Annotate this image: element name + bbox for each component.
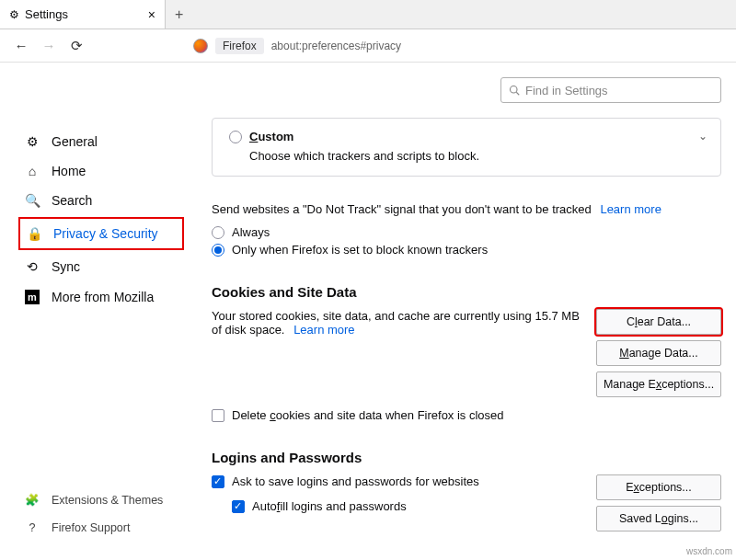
ask-save-option[interactable]: Ask to save logins and passwords for web… [212,474,580,488]
svg-line-1 [516,92,519,95]
forward-button: → [37,34,61,58]
chevron-down-icon[interactable]: ⌄ [698,130,707,143]
custom-radio[interactable] [229,131,242,143]
custom-desc: Choose which trackers and scripts to blo… [249,149,704,163]
manage-data-button[interactable]: Manage Data... [596,340,721,366]
url-box[interactable]: Firefox about:preferences#privacy [193,38,401,54]
custom-title: Custom [249,130,293,143]
dnt-always-option[interactable]: Always [212,225,721,239]
reload-button[interactable]: ⟳ [64,34,88,58]
sidebar-item-label: General [52,134,98,149]
search-input[interactable]: Find in Settings [500,77,721,103]
checkbox-checked[interactable] [232,500,245,513]
radio-checked[interactable] [212,244,224,257]
sidebar-item-label: Search [52,193,92,208]
puzzle-icon: 🧩 [24,493,40,507]
dnt-only-option[interactable]: Only when Firefox is set to block known … [212,243,721,257]
watermark: wsxdn.com [686,546,732,556]
sidebar-item-support[interactable]: ? Firefox Support [18,514,184,542]
url-path: about:preferences#privacy [271,40,401,52]
sidebar-item-home[interactable]: ⌂ Home [18,156,184,186]
sidebar-item-label: Extensions & Themes [52,494,163,507]
sync-icon: ⟲ [24,259,40,274]
sidebar-item-label: More from Mozilla [52,290,154,304]
search-placeholder: Find in Settings [525,84,608,97]
logins-exceptions-button[interactable]: Exceptions... [596,474,721,500]
delete-cookies-option[interactable]: Delete cookies and site data when Firefo… [212,408,721,422]
delete-cookies-label: Delete cookies and site data when Firefo… [232,408,504,422]
mozilla-icon: m [24,289,40,304]
checkbox-unchecked[interactable] [212,409,224,422]
main-panel: Find in Settings Custom Choose which tra… [184,63,736,560]
sidebar-item-mozilla[interactable]: m More from Mozilla [18,281,184,312]
sidebar-item-privacy[interactable]: 🔒 Privacy & Security [20,219,182,248]
autofill-label: Autofill logins and passwords [252,499,407,513]
nav-bar: ← → ⟳ Firefox about:preferences#privacy [0,29,736,63]
cookies-learn-more-link[interactable]: Learn more [293,323,354,337]
ask-save-label: Ask to save logins and passwords for web… [232,474,479,488]
autofill-option[interactable]: Autofill logins and passwords [232,499,580,513]
sidebar-item-label: Home [52,164,86,178]
url-label: Firefox [215,38,264,54]
dnt-learn-more-link[interactable]: Learn more [600,202,661,216]
dnt-only-label: Only when Firefox is set to block known … [232,243,488,257]
checkbox-checked[interactable] [212,475,224,488]
svg-point-0 [511,86,518,94]
radio-unchecked[interactable] [212,226,224,239]
clear-data-button[interactable]: Clear Data... [596,309,721,335]
dnt-text: Send websites a "Do Not Track" signal th… [212,202,721,216]
custom-panel[interactable]: Custom Choose which trackers and scripts… [212,118,721,177]
sidebar-item-extensions[interactable]: 🧩 Extensions & Themes [18,486,184,514]
sidebar-item-sync[interactable]: ⟲ Sync [18,252,184,281]
gear-icon: ⚙ [9,8,19,21]
sidebar-item-search[interactable]: 🔍 Search [18,186,184,215]
tab-title: Settings [25,7,68,21]
sidebar-item-label: Privacy & Security [53,226,158,241]
sidebar-item-label: Firefox Support [52,521,130,534]
firefox-icon [193,39,208,53]
search-icon [509,85,520,96]
gear-icon: ⚙ [24,134,40,149]
search-icon: 🔍 [24,193,40,208]
sidebar-item-general[interactable]: ⚙ General [18,127,184,156]
saved-logins-button[interactable]: Saved Logins... [596,506,721,531]
home-icon: ⌂ [24,164,40,178]
lock-icon: 🔒 [26,226,42,241]
dnt-always-label: Always [232,225,270,239]
sidebar-item-label: Sync [52,259,80,274]
close-icon[interactable]: × [148,7,155,22]
cookies-text: Your stored cookies, site data, and cach… [212,309,580,337]
sidebar: ⚙ General ⌂ Home 🔍 Search 🔒 Privacy & Se… [0,63,184,560]
manage-exceptions-button[interactable]: Manage Exceptions... [596,371,721,397]
question-icon: ? [24,521,40,534]
back-button[interactable]: ← [9,34,33,58]
cookies-title: Cookies and Site Data [212,284,721,300]
logins-title: Logins and Passwords [212,450,721,465]
tab-strip: ⚙ Settings × + [0,0,736,29]
tab-settings[interactable]: ⚙ Settings × [0,0,166,29]
new-tab-button[interactable]: + [166,0,192,29]
